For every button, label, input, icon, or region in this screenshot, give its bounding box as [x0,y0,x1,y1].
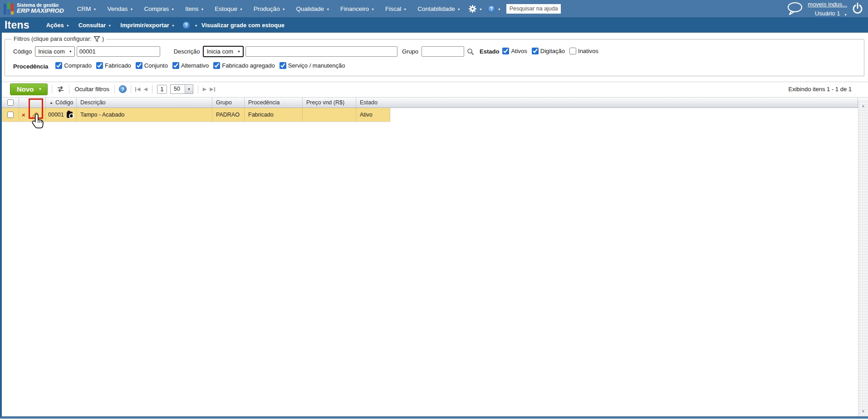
row-select-checkbox[interactable] [7,112,14,118]
menu-financeiro[interactable]: Financeiro▼ [335,5,379,12]
next-page-button[interactable]: ▶ [203,86,206,92]
select-all-checkbox[interactable] [7,99,14,106]
chevron-down-icon: ▼ [457,8,461,11]
codigo-input[interactable] [77,46,160,57]
row-preco [303,108,356,122]
menu-crm[interactable]: CRM▼ [72,5,102,12]
procedencia-checkbox[interactable] [172,62,179,69]
page-menu-imprimir-exportar[interactable]: Imprimir/exportar▼ [116,22,179,29]
chevron-down-icon: ▼ [479,8,482,11]
menu-estoque[interactable]: Estoque▼ [210,5,247,12]
company-link[interactable]: moveis indus... [808,1,847,8]
help-menu[interactable]: ? ▼ [485,5,504,13]
column-header-descricao[interactable]: Descrição [77,98,212,107]
vertical-scrollbar[interactable]: ▲ ▼ [858,101,868,416]
showing-items-text: Exibindo itens 1 - 1 de 1 [789,86,863,93]
procedencia-checkbox-group: CompradoFabricadoConjuntoAlternativoFabr… [55,62,349,70]
procedencia-comprado[interactable]: Comprado [55,62,92,69]
column-header-grupo[interactable]: Grupo [212,98,245,107]
last-page-button[interactable]: ▶ [210,86,215,92]
page-menu-consultar[interactable]: Consultar▼ [74,22,116,29]
chevron-down-icon: ▼ [185,85,193,93]
filters-legend-close: ) [102,35,104,42]
menu-produ-o[interactable]: Produção▼ [249,5,290,12]
pagination: ◀ ◀ 50 ▼ ▶ ▶ [135,84,215,94]
procedencia-label: Procedência [13,63,48,70]
estado-inativos[interactable]: Inativos [569,48,598,54]
codigo-operator-select[interactable]: Inicia com▼ [35,46,74,57]
sort-asc-icon: ▲ [49,101,53,105]
edit-pencil-icon[interactable] [30,111,39,119]
estado-checkbox[interactable] [532,48,539,54]
filter-funnel-icon [93,36,100,42]
column-header-codigo[interactable]: ▲ Código [46,98,77,107]
procedencia-checkbox[interactable] [280,62,286,69]
items-grid: ▲ Código Descrição Grupo Procedência Pre… [2,97,868,122]
menu-contabilidade[interactable]: Contabilidade▼ [412,5,466,12]
first-page-button[interactable]: ◀ [135,86,140,92]
procedencia-fabricado[interactable]: Fabricado [96,62,131,69]
chat-bubble-icon[interactable] [786,2,803,15]
page-number-input[interactable] [157,85,167,94]
page-title-bar: Itens Ações▼Consultar▼Imprimir/exportar▼… [0,17,868,33]
column-header-estado[interactable]: Estado [356,98,858,107]
chevron-down-icon[interactable]: ▼ [195,24,198,27]
procedencia-servi-o-manuten-o[interactable]: Serviço / manutenção [280,62,345,69]
row-estado: Ativo [356,108,390,122]
help-icon[interactable]: ? [119,85,127,93]
prev-page-button[interactable]: ◀ [143,86,147,92]
procedencia-checkbox[interactable] [55,62,62,69]
window-frame-bottom [0,416,868,419]
estado-checkbox[interactable] [569,48,576,54]
help-icon[interactable]: ? [182,21,190,29]
estado-digita-o[interactable]: Digitação [532,48,565,54]
filters-legend[interactable]: Filtros (clique para configurar: ) [11,35,106,42]
descricao-input[interactable] [245,46,397,57]
settings-menu[interactable]: ▼ [466,5,485,13]
photo-camera-icon[interactable] [67,112,73,118]
menu-qualidade[interactable]: Qualidade▼ [291,5,335,12]
procedencia-checkbox[interactable] [96,62,103,69]
column-header-preco[interactable]: Preço vnd (R$) [303,98,356,107]
logout-power-icon[interactable] [852,2,863,15]
procedencia-fabricado-agregado[interactable]: Fabricado agregado [213,62,275,69]
estado-ativos[interactable]: Ativos [502,48,527,54]
column-header-procedencia[interactable]: Procedência [245,98,303,107]
menu-itens[interactable]: Itens▼ [180,5,209,12]
refresh-icon[interactable] [56,85,65,93]
brand-line2: ERP MAXIPROD [17,8,64,14]
procedencia-conjunto[interactable]: Conjunto [136,62,168,69]
gear-icon [468,5,477,13]
grupo-input[interactable] [422,46,464,57]
search-icon[interactable] [467,48,474,55]
user-menu[interactable]: Usuário 1 ▼ [815,10,847,17]
procedencia-alternativo[interactable]: Alternativo [172,62,209,69]
procedencia-checkbox[interactable] [213,62,220,69]
scroll-down-icon[interactable]: ▼ [861,409,865,414]
procedencia-checkbox[interactable] [136,62,142,69]
menu-compras[interactable]: Compras▼ [139,5,179,12]
estado-checkbox[interactable] [502,48,509,54]
chevron-down-icon: ▼ [172,24,175,27]
estado-checkbox-group: AtivosDigitaçãoInativos [502,48,603,56]
scroll-up-icon[interactable]: ▲ [861,103,865,108]
hide-filters-button[interactable]: Ocultar filtros [74,86,110,93]
chevron-down-icon: ▼ [371,8,374,11]
page-size-select[interactable]: 50 ▼ [170,84,193,94]
chevron-down-icon: ▼ [69,50,72,53]
table-row[interactable]: × 00001 Tampo - Acabado PADRAO Fabricado… [2,108,390,122]
chevron-down-icon: ▼ [171,8,174,11]
delete-row-icon[interactable]: × [22,112,25,118]
menu-vendas[interactable]: Vendas▼ [102,5,138,12]
grid-header-row: ▲ Código Descrição Grupo Procedência Pre… [2,97,868,108]
view-grid-stock-link[interactable]: Visualizar grade com estoque [201,22,284,29]
chevron-down-icon: ▼ [201,8,204,11]
menu-fiscal[interactable]: Fiscal▼ [380,5,412,12]
brand-text: Sistema de gestão ERP MAXIPROD [17,3,64,14]
search-input[interactable] [506,4,561,14]
page-menu-a-es[interactable]: Ações▼ [42,22,74,29]
descricao-operator-select[interactable]: Inicia com▼ [203,46,243,57]
chevron-down-icon: ▼ [130,8,133,11]
new-item-button[interactable]: Novo▼ [10,83,48,95]
chevron-down-icon: ▼ [844,13,847,16]
